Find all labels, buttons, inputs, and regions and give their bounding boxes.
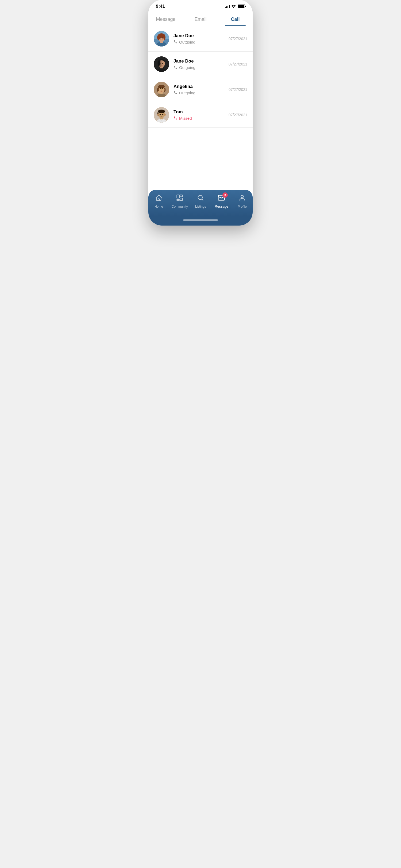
avatar-jane2 (154, 56, 169, 72)
empty-content-area (148, 128, 253, 181)
svg-point-30 (158, 110, 165, 113)
message-icon: 3 (218, 194, 225, 204)
call-item-2[interactable]: Jane Doe Outgoing 07/27/2021 (148, 52, 253, 77)
phone-frame: 9:41 Message Em (148, 0, 253, 225)
call-date-2: 07/27/2021 (228, 62, 247, 66)
tab-email[interactable]: Email (183, 14, 218, 26)
svg-point-41 (241, 195, 243, 198)
phone-outgoing-icon-1 (174, 40, 178, 44)
listings-icon (197, 194, 204, 204)
svg-point-16 (162, 63, 163, 64)
status-bar: 9:41 (148, 0, 253, 11)
svg-point-8 (160, 37, 161, 38)
phone-outgoing-icon-3 (174, 91, 178, 95)
svg-point-6 (157, 35, 160, 40)
nav-item-message[interactable]: 3 Message (213, 194, 229, 209)
nav-label-profile: Profile (238, 205, 247, 209)
tab-message[interactable]: Message (148, 14, 183, 26)
svg-rect-37 (180, 198, 182, 200)
call-item-4[interactable]: Tom Missed 07/27/2021 (148, 102, 253, 128)
tab-call[interactable]: Call (218, 14, 253, 26)
signal-icon (225, 4, 229, 8)
top-tabs: Message Email Call (148, 11, 253, 26)
wifi-icon (231, 4, 236, 9)
svg-point-39 (198, 195, 203, 199)
call-info-3: Angelina Outgoing (174, 84, 224, 95)
call-item-3[interactable]: Angelina Outgoing 07/27/2021 (148, 77, 253, 102)
avatar-tom (154, 107, 169, 123)
call-item-1[interactable]: Jane Doe Outgoing 07/27/2021 (148, 26, 253, 52)
svg-point-31 (157, 114, 159, 116)
nav-label-message: Message (215, 205, 228, 209)
call-info-2: Jane Doe Outgoing (174, 59, 224, 70)
call-type-2: Outgoing (174, 65, 224, 70)
call-type-4: Missed (174, 116, 224, 121)
phone-missed-icon-4 (174, 116, 178, 121)
nav-label-community: Community (172, 205, 188, 209)
profile-icon (239, 194, 246, 204)
call-type-3: Outgoing (174, 91, 224, 95)
home-indicator (148, 216, 253, 225)
svg-point-15 (160, 63, 161, 64)
call-type-1: Outgoing (174, 40, 224, 44)
svg-point-34 (162, 114, 163, 115)
phone-outgoing-icon-2 (174, 65, 178, 70)
svg-point-24 (158, 90, 162, 94)
nav-item-home[interactable]: Home (151, 194, 167, 209)
svg-rect-36 (180, 195, 182, 197)
nav-item-community[interactable]: Community (172, 194, 188, 209)
call-list: Jane Doe Outgoing 07/27/2021 (148, 26, 253, 190)
svg-point-33 (160, 114, 161, 115)
battery-icon (238, 4, 245, 8)
svg-rect-38 (177, 199, 179, 201)
caller-name-4: Tom (174, 109, 224, 115)
call-date-3: 07/27/2021 (228, 87, 247, 92)
home-icon (155, 194, 162, 204)
community-icon (176, 194, 183, 204)
status-time: 9:41 (156, 4, 165, 9)
svg-point-9 (162, 37, 163, 38)
caller-name-3: Angelina (174, 84, 224, 89)
home-indicator-bar (183, 219, 218, 221)
svg-rect-35 (177, 195, 179, 198)
avatar-angelina (154, 82, 169, 97)
caller-name-2: Jane Doe (174, 59, 224, 64)
status-icons (225, 4, 245, 9)
svg-point-7 (163, 35, 165, 40)
call-date-4: 07/27/2021 (228, 113, 247, 117)
avatar-jane1 (154, 31, 169, 46)
call-date-1: 07/27/2021 (228, 37, 247, 41)
caller-name-1: Jane Doe (174, 33, 224, 38)
svg-point-22 (160, 88, 161, 89)
svg-point-32 (164, 114, 166, 116)
svg-point-23 (162, 88, 163, 89)
message-badge: 3 (222, 192, 228, 198)
bottom-nav: Home Community Listings (148, 190, 253, 216)
call-info-1: Jane Doe Outgoing (174, 33, 224, 44)
nav-item-profile[interactable]: Profile (234, 194, 250, 209)
nav-label-listings: Listings (195, 205, 206, 209)
call-info-4: Tom Missed (174, 109, 224, 121)
nav-item-listings[interactable]: Listings (192, 194, 209, 209)
nav-label-home: Home (155, 205, 163, 209)
svg-point-21 (158, 85, 165, 89)
